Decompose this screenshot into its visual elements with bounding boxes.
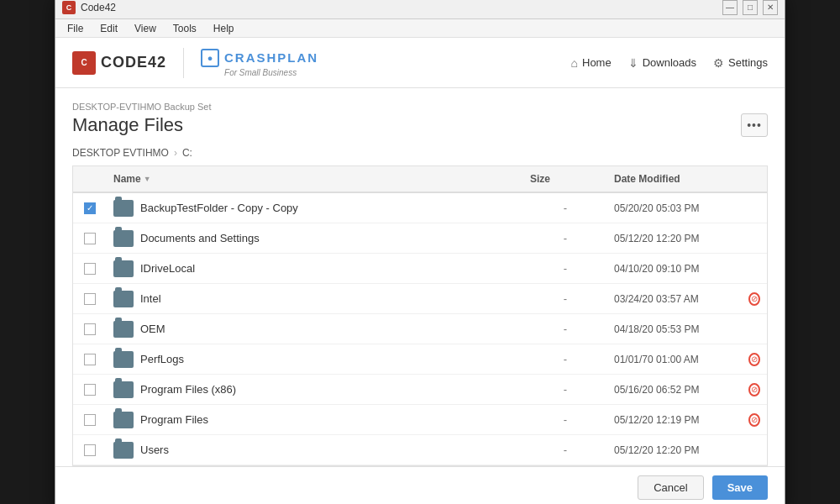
file-checkbox[interactable]: [73, 441, 107, 459]
breadcrumb: DESKTOP EVTIHMO › C:: [72, 147, 768, 159]
file-checkbox[interactable]: [73, 320, 107, 339]
file-name-cell: Intel: [107, 287, 523, 311]
checkbox-icon[interactable]: [84, 293, 96, 305]
file-date: 05/20/20 05:03 PM: [607, 199, 742, 218]
file-status: ⊘: [742, 410, 767, 430]
home-icon: ⌂: [571, 56, 578, 70]
file-size: -: [523, 228, 607, 248]
table-row: Program Files (x86)-05/16/20 06:52 PM⊘: [73, 375, 767, 405]
checkbox-icon[interactable]: [84, 263, 96, 275]
file-date: 05/16/20 06:52 PM: [607, 381, 742, 399]
downloads-label: Downloads: [643, 56, 696, 69]
menu-file[interactable]: File: [60, 21, 90, 36]
file-checkbox[interactable]: [73, 381, 107, 399]
table-row: OEM-04/18/20 05:53 PM: [73, 314, 767, 344]
blocked-icon: ⊘: [748, 383, 760, 396]
menu-edit[interactable]: Edit: [93, 21, 124, 36]
sort-icon: ▼: [144, 175, 151, 183]
file-date: 01/01/70 01:00 AM: [607, 350, 742, 369]
folder-icon: [113, 200, 134, 217]
breadcrumb-separator: ›: [174, 147, 177, 159]
window-controls: — □ ✕: [722, 0, 778, 15]
logo-area: C CODE42 ● CRASHPLAN For Small Business: [72, 48, 571, 78]
file-status: [742, 265, 767, 272]
backup-set-label: DESKTOP-EVTIHMO Backup Set: [72, 102, 768, 112]
file-name-cell: Program Files: [107, 408, 523, 432]
home-label: Home: [582, 56, 612, 69]
home-link[interactable]: ⌂ Home: [571, 56, 612, 70]
cancel-button[interactable]: Cancel: [638, 475, 703, 500]
file-checkbox[interactable]: [73, 350, 107, 369]
downloads-link[interactable]: ⇓ Downloads: [628, 56, 696, 70]
table-row: Intel-03/24/20 03:57 AM⊘: [73, 284, 767, 314]
blocked-icon: ⊘: [748, 292, 760, 306]
more-options-button[interactable]: •••: [741, 113, 768, 137]
file-checkbox[interactable]: [73, 411, 107, 429]
file-name-cell: IDriveLocal: [107, 257, 523, 281]
settings-icon: ⚙: [713, 56, 724, 70]
file-size: -: [523, 440, 607, 459]
minimize-button[interactable]: —: [722, 0, 738, 15]
folder-icon: [113, 230, 134, 247]
file-size: -: [523, 289, 607, 308]
close-button[interactable]: ✕: [763, 0, 778, 15]
file-table: Name ▼ Size Date Modified ✓BackupTestFol…: [72, 165, 768, 466]
th-date: Date Modified: [607, 171, 742, 186]
window-title: Code42: [81, 2, 722, 13]
content-area: DESKTOP-EVTIHMO Backup Set Manage Files …: [55, 88, 785, 466]
breadcrumb-part2: C:: [182, 147, 192, 159]
crashplan-subtitle: For Small Business: [224, 68, 318, 77]
code42-icon: C: [72, 51, 96, 75]
checkbox-icon[interactable]: [84, 384, 96, 396]
file-date: 05/12/20 12:20 PM: [607, 441, 742, 459]
file-name: Users: [140, 444, 169, 456]
file-date: 03/24/20 03:57 AM: [607, 290, 742, 308]
save-button[interactable]: Save: [712, 475, 768, 500]
checkbox-icon[interactable]: [84, 233, 96, 244]
checkbox-icon[interactable]: [84, 323, 96, 335]
table-row: PerfLogs-01/01/70 01:00 AM⊘: [73, 344, 767, 375]
file-name-cell: BackupTestFolder - Copy - Copy: [107, 197, 523, 220]
th-checkbox: [73, 171, 107, 186]
folder-icon: [113, 321, 134, 338]
file-status: ⊘: [742, 349, 767, 370]
file-size: -: [523, 259, 607, 278]
page-title: Manage Files: [72, 114, 741, 136]
file-size: -: [523, 198, 607, 218]
th-size: Size: [523, 171, 607, 186]
file-name: BackupTestFolder - Copy - Copy: [140, 202, 298, 214]
file-checkbox[interactable]: [73, 229, 107, 248]
app-icon: C: [62, 1, 76, 14]
folder-icon: [113, 351, 134, 368]
checkbox-icon[interactable]: ✓: [84, 202, 96, 214]
folder-icon: [113, 260, 134, 277]
file-date: 04/18/20 05:53 PM: [607, 320, 742, 339]
menu-view[interactable]: View: [128, 21, 163, 36]
settings-label: Settings: [728, 56, 768, 69]
logo-separator: [183, 48, 184, 78]
menu-help[interactable]: Help: [207, 21, 241, 36]
table-header: Name ▼ Size Date Modified: [73, 166, 767, 193]
file-name: Program Files: [140, 413, 208, 426]
file-name-cell: Program Files (x86): [107, 378, 523, 402]
file-status: ⊘: [742, 380, 767, 400]
checkbox-icon[interactable]: [84, 414, 96, 426]
breadcrumb-part1: DESKTOP EVTIHMO: [72, 147, 169, 159]
checkbox-icon[interactable]: [84, 444, 96, 456]
menu-tools[interactable]: Tools: [166, 21, 203, 36]
file-checkbox[interactable]: [73, 260, 107, 278]
file-checkbox[interactable]: ✓: [73, 199, 107, 218]
blocked-icon: ⊘: [748, 353, 760, 366]
file-status: [742, 205, 767, 212]
crashplan-icon: ●: [201, 49, 219, 67]
file-name-cell: PerfLogs: [107, 348, 523, 371]
code42-text: CODE42: [101, 54, 166, 71]
file-size: -: [523, 410, 607, 429]
settings-link[interactable]: ⚙ Settings: [713, 56, 768, 70]
page-title-row: Manage Files •••: [72, 113, 768, 137]
th-name[interactable]: Name ▼: [107, 171, 523, 186]
checkbox-icon[interactable]: [84, 354, 96, 365]
file-checkbox[interactable]: [73, 290, 107, 308]
file-name: PerfLogs: [140, 353, 184, 365]
maximize-button[interactable]: □: [743, 0, 758, 15]
